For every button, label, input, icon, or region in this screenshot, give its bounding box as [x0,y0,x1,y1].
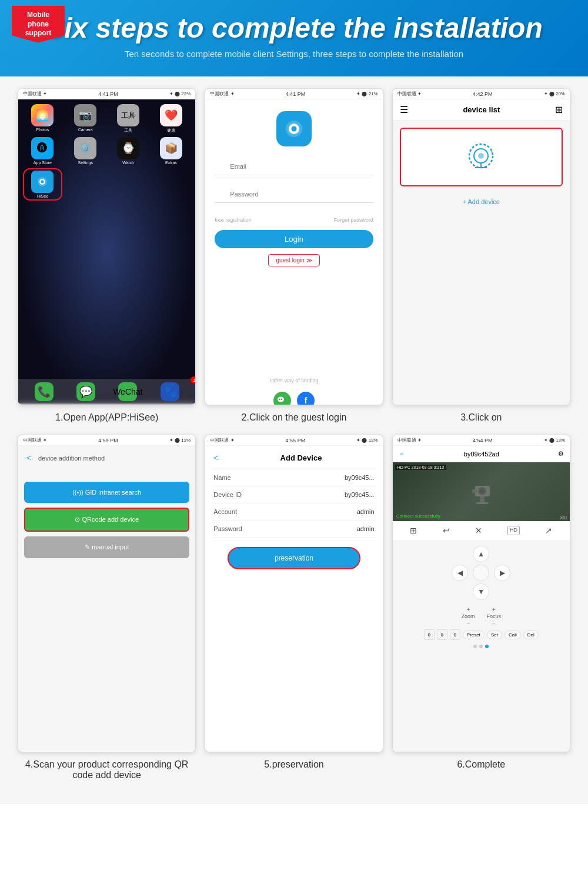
step2-status: 中国联通 ✦ 4:41 PM ✦ ⬤ 21% [205,89,382,99]
step6-cam-view: HD-PC 2018-03-18 3:213 X01 [393,462,570,521]
ptz-right-btn[interactable]: ▶ [494,565,510,581]
steps-container: 中国联通 ✦ 4:41 PM ✦ ⬤ 22% 🌅 Photos 📷 Camera [0,76,588,804]
step2-password-wrap: 🔒 [215,186,373,209]
forget-pwd-link[interactable]: Forget password [334,217,373,223]
step3-status: 中国联通 ✦ 4:42 PM ✦ ⬤ 20% [393,89,570,99]
step3-device-placeholder [400,128,563,186]
ptz-row-mid: ◀ ▶ [452,565,510,581]
step5-name-label: Name [213,474,230,481]
header-banner: Mobile phone support Six steps to comple… [0,0,588,76]
step2-email-wrap: 👤 [215,158,373,181]
dot-3 [485,645,489,648]
step2-password-input[interactable] [215,186,373,203]
step3-menu-icon[interactable]: ☰ [400,104,408,115]
step6-zoom-minus[interactable]: － [462,619,475,627]
preset-call-btn[interactable]: Call [505,631,521,639]
step1-status-left: 中国联通 ✦ [23,91,47,97]
ptz-left-btn[interactable]: ◀ [452,565,468,581]
step6-focus-plus[interactable]: ＋ [487,606,502,613]
step2-guest-login-btn[interactable]: guest login ≫ [268,254,319,266]
step4-status-left: 中国联通 ✦ [23,437,47,443]
step6-connected-text: Connect successfully. [396,513,442,519]
step4-manual-btn[interactable]: ✎ manual input [24,536,189,558]
step6-preset-row: 0 0 0 Preset Set Call Del [393,627,570,642]
step6-cam-label: X01 [560,516,567,520]
step6-control-expand[interactable]: ↗ [545,526,552,535]
step6-control-hd[interactable]: HD [507,526,520,535]
step-6-cell: 中国联通 ✦ 4:54 PM ✦ ⬤ 13% ＜ by09c452ad ⚙ HD… [392,435,570,780]
step6-control-grid[interactable]: ⊞ [410,526,417,535]
step-1-cell: 中国联通 ✦ 4:41 PM ✦ ⬤ 22% 🌅 Photos 📷 Camera [18,88,196,423]
free-reg-link[interactable]: free registration [215,217,252,223]
preset-set-btn[interactable]: Set [487,631,502,639]
step4-gid-btn[interactable]: ((•)) GID intranet search [24,482,189,503]
step-3-phone: 中国联通 ✦ 4:42 PM ✦ ⬤ 20% ☰ device list ⊞ [392,88,570,405]
app-health: ❤️ 健康 [151,104,191,134]
dock-phone: 📞 [35,382,54,401]
facebook-login-icon[interactable]: f [297,392,315,405]
step5-status-left: 中国联通 ✦ [210,437,234,443]
step3-status-left: 中国联通 ✦ [397,91,422,97]
step3-status-right: ✦ ⬤ 20% [544,91,565,96]
step4-title: device addition method [38,455,105,462]
steps-row-1: 中国联通 ✦ 4:41 PM ✦ ⬤ 22% 🌅 Photos 📷 Camera [18,88,570,423]
step-3-label: 3.Click on [460,412,502,423]
step2-email-input[interactable] [215,158,373,175]
step5-account-value: admin [357,508,375,515]
step2-divider: Other way of landing [265,378,323,383]
svg-point-6 [278,397,284,402]
step-1-label: 1.Open App(APP:HiSee) [55,412,158,423]
step6-focus-section: ＋ Focus － [487,606,502,627]
app-appstore: 🅐 App Store [23,137,62,165]
app-camera: 📷 Camera [66,104,105,134]
step-6-label: 6.Complete [457,759,505,770]
app-hisee[interactable]: HiSee [23,168,62,201]
step4-qr-btn[interactable]: ⊙ QRcode add device [24,508,189,532]
step5-field-deviceid: Device ID by09c45... [211,486,376,503]
step5-preserve-btn[interactable]: preservation [228,547,360,569]
step-4-cell: 中国联通 ✦ 4:59 PM ✦ ⬤ 13% ＜ device addition… [18,435,196,780]
wechat-login-icon[interactable] [273,392,291,405]
step5-status: 中国联通 ✦ 4:55 PM ✦ ⬤ 13% [205,435,382,446]
step3-status-time: 4:42 PM [473,91,493,97]
step3-grid-icon[interactable]: ⊞ [555,104,563,115]
ptz-down-btn[interactable]: ▼ [473,583,489,600]
step2-login-links: free registration Forget password [215,217,373,223]
step6-cam-timestamp: HD-PC 2018-03-18 3:213 [395,465,446,470]
svg-rect-18 [472,489,477,493]
preset-preset-btn[interactable]: Preset [463,631,485,639]
step6-device-name: by09c452ad [464,451,499,458]
step3-add-device-btn[interactable]: + Add device [393,194,570,210]
step6-zoom-label: Zoom [462,613,475,619]
svg-point-14 [470,151,472,153]
svg-point-7 [279,399,280,400]
step3-device-list: ☰ device list ⊞ [393,99,570,405]
step5-password-label: Password [213,525,242,532]
step6-back-btn[interactable]: ＜ [399,449,405,458]
step2-login-btn[interactable]: Login [215,230,373,248]
preset-del-btn[interactable]: Del [523,631,539,639]
step6-dots [393,642,570,651]
step5-field-account: Account admin [211,503,376,521]
step5-deviceid-label: Device ID [213,491,242,498]
step6-focus-minus[interactable]: － [487,619,502,627]
step4-status-right: ✦ ⬤ 13% [169,438,191,443]
ptz-row-top: ▲ [473,546,489,562]
step2-status-time: 4:41 PM [286,91,306,97]
step6-zoom-plus[interactable]: ＋ [462,606,475,613]
step-5-cell: 中国联通 ✦ 4:55 PM ✦ ⬤ 13% ＜ Add Device Name… [205,435,383,780]
step6-control-voice[interactable]: ↩ [443,526,450,535]
step3-screen-header: ☰ device list ⊞ [393,99,570,121]
ptz-up-btn[interactable]: ▲ [473,546,489,562]
step6-status-right: ✦ ⬤ 13% [544,438,565,443]
step6-zoom-section: ＋ Zoom － [462,606,475,627]
step5-name-value: by09c45... [345,474,375,481]
step6-settings-icon[interactable]: ⚙ [558,450,564,458]
step4-back-btn[interactable]: ＜ [24,452,34,464]
app-settings: ⚙️ Settings [66,137,105,165]
mobile-badge: Mobile phone support [12,6,65,43]
dock-wechat: WeChat 1 [118,382,137,401]
svg-rect-22 [476,502,488,504]
step5-back-btn[interactable]: ＜ [211,452,220,464]
step6-control-mute[interactable]: ✕ [475,526,482,535]
